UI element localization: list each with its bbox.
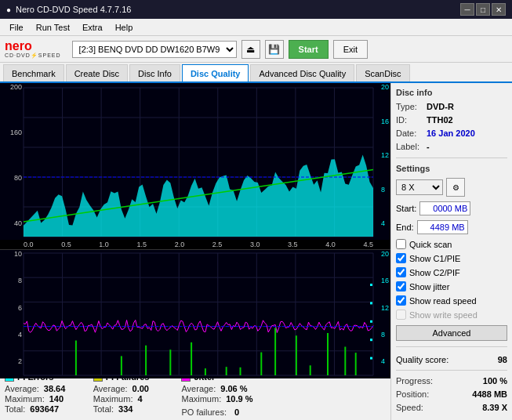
label-row: Label: -: [396, 142, 507, 151]
pi-failures-max-row: Maximum: 4: [93, 394, 169, 404]
po-failures-row: PO failures: 0: [181, 407, 265, 417]
advanced-button[interactable]: Advanced: [396, 325, 507, 341]
charts-container: 20 16 12 8 4 200 160 80 40 0.00.51.01.52…: [0, 83, 390, 368]
lower-canvas: [0, 250, 390, 378]
menu-file[interactable]: File: [3, 21, 30, 34]
start-mb-label: Start:: [396, 204, 416, 213]
speed-row: 8 X Max 1 X 2 X 4 X 12 X 16 X ⚙: [396, 178, 507, 197]
speed-val: 8.39 X: [482, 403, 507, 412]
end-mb-input[interactable]: [417, 220, 468, 234]
date-val: 16 Jan 2020: [427, 129, 475, 138]
show-read-speed-label: Show read speed: [409, 296, 477, 306]
stat-group-pi-errors: PI Errors Average: 38.64 Maximum: 140 To…: [5, 372, 81, 417]
id-label: ID:: [396, 115, 423, 125]
toolbar: nero CD·DVD⚡SPEED [2:3] BENQ DVD DD DW16…: [0, 36, 512, 63]
stat-group-jitter: Jitter Average: 9.06 % Maximum: 10.9 % P…: [181, 372, 265, 417]
y-axis-right-lower: 20 16 12 8 4: [381, 250, 389, 365]
settings-title: Settings: [396, 164, 507, 173]
progress-val: 100 %: [483, 376, 507, 386]
show-c2-pif-label: Show C2/PIF: [409, 268, 460, 277]
y-axis-left-lower: 10 8 6 4 2: [2, 250, 22, 365]
show-c1-pie-checkbox[interactable]: [396, 253, 406, 263]
show-jitter-checkbox[interactable]: [396, 281, 406, 291]
show-jitter-label: Show jitter: [409, 282, 449, 291]
pi-failures-avg: 0.00: [133, 384, 164, 393]
menu-run-test[interactable]: Run Test: [30, 21, 76, 34]
date-label: Date:: [396, 129, 423, 138]
type-row: Type: DVD-R: [396, 102, 507, 111]
speed-select[interactable]: 8 X Max 1 X 2 X 4 X 12 X 16 X: [396, 179, 443, 195]
app-icon: ●: [6, 5, 11, 14]
pi-errors-max: 140: [49, 394, 81, 404]
end-mb-label: End:: [396, 223, 414, 232]
po-failures-val: 0: [234, 407, 266, 417]
pi-errors-avg: 38.64: [44, 384, 75, 393]
logo-area: nero CD·DVD⚡SPEED: [5, 40, 61, 59]
show-c2-pif-checkbox[interactable]: [396, 267, 406, 277]
show-c1-pie-row: Show C1/PIE: [396, 253, 507, 263]
quick-scan-label: Quick scan: [409, 240, 452, 249]
divider-1: [396, 158, 507, 158]
speed-label: Speed:: [396, 403, 423, 412]
quick-scan-row: Quick scan: [396, 239, 507, 249]
tab-disc-quality[interactable]: Disc Quality: [182, 64, 249, 81]
tab-disc-info[interactable]: Disc Info: [129, 64, 180, 81]
drive-select[interactable]: [2:3] BENQ DVD DD DW1620 B7W9: [72, 41, 237, 58]
logo-sub: CD·DVD⚡SPEED: [5, 52, 61, 59]
main-content: 20 16 12 8 4 200 160 80 40 0.00.51.01.52…: [0, 83, 512, 420]
position-label: Position:: [396, 389, 429, 399]
title-bar-left: ● Nero CD-DVD Speed 4.7.7.16: [6, 5, 131, 14]
position-val: 4488 MB: [472, 389, 507, 399]
minimize-button[interactable]: ─: [460, 3, 474, 16]
tab-scan-disc[interactable]: ScanDisc: [356, 64, 409, 81]
date-row: Date: 16 Jan 2020: [396, 129, 507, 138]
type-label: Type:: [396, 102, 423, 111]
eject-button[interactable]: ⏏: [241, 40, 260, 59]
quick-scan-checkbox[interactable]: [396, 239, 406, 249]
tabs: Benchmark Create Disc Disc Info Disc Qua…: [0, 63, 512, 83]
tab-create-disc[interactable]: Create Disc: [66, 64, 128, 81]
progress-position-row: Position: 4488 MB: [396, 389, 507, 399]
y-axis-right-upper: 20 16 12 8 4: [381, 83, 389, 227]
id-row: ID: TTH02: [396, 115, 507, 125]
pi-errors-max-row: Maximum: 140: [5, 394, 81, 404]
end-mb-row: End:: [396, 220, 507, 234]
jitter-max: 10.9 %: [226, 394, 257, 404]
menu-extra[interactable]: Extra: [76, 21, 109, 34]
settings-icon-btn[interactable]: ⚙: [446, 178, 465, 197]
menu-help[interactable]: Help: [109, 21, 140, 34]
right-panel: Disc info Type: DVD-R ID: TTH02 Date: 16…: [390, 83, 512, 420]
lower-chart: 20 16 12 8 4 10 8 6 4 2: [0, 249, 390, 378]
start-mb-input[interactable]: [419, 201, 470, 215]
divider-2: [396, 346, 507, 347]
progress-speed-row: Speed: 8.39 X: [396, 403, 507, 412]
po-failures-label: PO failures:: [181, 407, 226, 417]
show-write-speed-row: Show write speed: [396, 310, 507, 320]
tab-advanced-disc-quality[interactable]: Advanced Disc Quality: [250, 64, 354, 81]
title-bar-controls: ─ □ ✕: [460, 3, 506, 16]
disc-label-label: Label:: [396, 142, 423, 151]
stat-group-pi-failures: PI Failures Average: 0.00 Maximum: 4 Tot…: [93, 372, 169, 417]
jitter-max-row: Maximum: 10.9 %: [181, 394, 265, 404]
upper-chart: 20 16 12 8 4 200 160 80 40: [0, 83, 390, 240]
exit-button[interactable]: Exit: [333, 40, 368, 59]
y-axis-left-upper: 200 160 80 40: [2, 83, 22, 227]
show-write-speed-checkbox: [396, 310, 406, 320]
progress-progress-row: Progress: 100 %: [396, 376, 507, 386]
show-write-speed-label: Show write speed: [409, 310, 478, 320]
divider-3: [396, 370, 507, 371]
save-button[interactable]: 💾: [265, 40, 284, 59]
close-button[interactable]: ✕: [492, 3, 506, 16]
quality-score-label: Quality score:: [396, 355, 448, 364]
tab-benchmark[interactable]: Benchmark: [3, 64, 64, 81]
maximize-button[interactable]: □: [476, 3, 490, 16]
show-c1-pie-label: Show C1/PIE: [409, 254, 460, 263]
jitter-avg-row: Average: 9.06 %: [181, 384, 265, 393]
pi-failures-total: 334: [118, 404, 150, 414]
show-read-speed-checkbox[interactable]: [396, 295, 406, 306]
type-val: DVD-R: [427, 102, 454, 111]
id-val: TTH02: [427, 115, 453, 125]
start-button[interactable]: Start: [289, 40, 329, 59]
quality-score-val: 98: [498, 355, 507, 364]
upper-canvas: [0, 83, 390, 240]
